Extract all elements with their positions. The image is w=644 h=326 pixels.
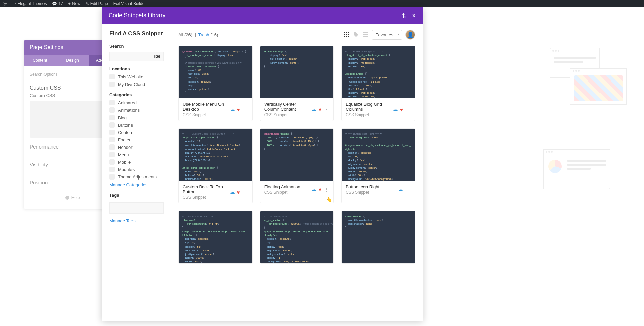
location-my-divi-cloud[interactable]: My Divi Cloud [109,82,164,87]
svg-rect-6 [344,36,345,37]
more-icon[interactable]: ⋮ [405,187,411,192]
svg-rect-4 [346,34,347,35]
wp-admin-bar: ⓦ ⌂Elegant Themes 💬17 +New ✎Edit Page Ex… [0,0,644,7]
svg-rect-11 [363,36,368,37]
more-icon[interactable]: ⋮ [323,107,329,112]
category-blog[interactable]: Blog [109,115,164,120]
heart-icon[interactable]: ♥ [237,189,240,195]
snippet-card[interactable]: /* === Button Icon Right === */ --btn-ba… [341,128,415,203]
category-buttons[interactable]: Buttons [109,122,164,128]
svg-rect-5 [348,34,349,35]
more-icon[interactable]: ⋮ [405,107,411,112]
snippet-type: CSS Snippet [183,112,230,117]
category-content[interactable]: Content [109,130,164,135]
manage-tags-link[interactable]: Manage Tags [109,218,164,223]
wp-logo[interactable]: ⓦ [3,1,8,7]
svg-rect-1 [346,32,347,33]
tags-label: Tags [109,193,164,198]
new-menu[interactable]: +New [68,1,80,6]
snippet-card[interactable]: /* --- btn-background --- */ .et_pb_sect… [260,211,334,264]
heart-icon[interactable]: ♥ [400,107,403,112]
edit-page[interactable]: ✎Edit Page [86,1,108,6]
site-name[interactable]: ⌂Elegant Themes [13,1,47,6]
code-preview: /* --- btn-background --- */ .et_pb_sect… [260,211,334,263]
categories-label: Categories [109,92,164,97]
filter-trash[interactable]: Trash [198,32,209,37]
more-icon[interactable]: ⋮ [242,189,248,195]
tags-input[interactable] [109,202,164,214]
code-preview: /* === Equalize Blog Grid === */ .bloggr… [342,46,415,98]
snippet-title: Button Icon Right [346,184,379,189]
find-snippet-heading: Find A CSS Snippet [109,30,164,37]
svg-rect-0 [344,32,345,33]
category-theme-adjustments[interactable]: Theme Adjustments [109,174,164,180]
snippet-type: CSS Snippet [346,190,379,195]
close-icon[interactable]: ✕ [412,12,416,19]
comments-count[interactable]: 💬17 [52,1,63,6]
svg-rect-7 [346,36,347,37]
snippet-card[interactable]: .dn-vertical-align { display: flex; flex… [260,46,334,121]
cloud-icon[interactable]: ☁ [311,186,316,193]
manage-categories-link[interactable]: Manage Categories [109,182,164,187]
snippet-title: Floating Animation [264,184,300,189]
cloud-icon[interactable]: ☁ [398,186,403,193]
search-input[interactable] [109,52,145,61]
heart-icon[interactable]: ♥ [318,187,321,192]
exit-visual-builder[interactable]: Exit Visual Builder [113,1,146,6]
snippet-card[interactable]: /* --- Button Icon Left --- */ .dl-icon-… [178,211,253,264]
modal-title: Code Snippets Library [109,12,165,19]
snippet-title: Equalize Blog Grid Columns [346,102,392,112]
code-preview: #main-header { -webkit-box-shadow: none;… [342,211,415,263]
code-snippets-library-modal: Code Snippets Library ⇅ ✕ Find A CSS Sni… [102,7,423,321]
cloud-icon[interactable]: ☁ [392,106,398,113]
category-animations[interactable]: Animations [109,107,164,113]
filter-button[interactable]: + Filter [145,52,164,61]
snippet-type: CSS Snippet [346,112,392,117]
snippet-type: CSS Snippet [183,195,230,200]
cloud-icon[interactable]: ☁ [230,106,235,113]
modal-header: Code Snippets Library ⇅ ✕ [102,7,423,24]
category-header[interactable]: Header [109,144,164,150]
snippet-title: Vertically Center Column Content [264,102,311,112]
heart-icon[interactable]: ♥ [237,107,240,112]
tab-content[interactable]: Content [24,55,56,66]
locations-label: Locations [109,66,164,71]
code-preview: @media only screen and ( min-width: 980p… [179,46,252,98]
snippet-title: Use Mobile Menu On Desktop [183,102,230,112]
tab-design[interactable]: Design [56,55,89,66]
search-label: Search [109,44,164,49]
svg-rect-2 [348,32,349,33]
snippet-card[interactable]: @keyframes floating { 0% { transform: tr… [260,128,334,203]
snippet-title: Custom Back To Top Button [183,184,230,194]
more-icon[interactable]: ⋮ [323,187,329,192]
code-preview: .dn-vertical-align { display: flex; flex… [260,46,334,98]
filter-status: All (26) | Trash (16) [178,32,218,37]
filter-all[interactable]: All (26) [178,32,192,37]
category-modules[interactable]: Modules [109,167,164,172]
svg-rect-3 [344,34,345,35]
snippet-type: CSS Snippet [264,112,311,117]
list-view-icon[interactable] [362,32,369,38]
category-menu[interactable]: Menu [109,152,164,157]
code-preview: /* === Button Icon Right === */ --btn-ba… [342,129,415,181]
snippet-card[interactable]: @media only screen and ( min-width: 980p… [178,46,253,121]
heart-icon[interactable]: ♥ [318,107,321,112]
snippet-card[interactable]: /* === Equalize Blog Grid === */ .bloggr… [341,46,415,121]
tag-view-icon[interactable] [353,32,359,38]
category-mobile[interactable]: Mobile [109,159,164,165]
svg-rect-9 [363,32,368,33]
more-icon[interactable]: ⋮ [242,107,248,112]
snippet-card[interactable]: #main-header { -webkit-box-shadow: none;… [341,211,415,264]
snippet-card[interactable]: /* ------- Custom Back To Top Button ---… [178,128,253,203]
modal-main: All (26) | Trash (16) Favorites [171,24,423,320]
sort-icon[interactable]: ⇅ [402,12,406,19]
category-animated[interactable]: Animated [109,100,164,105]
favorites-dropdown[interactable]: Favorites [372,30,402,40]
category-footer[interactable]: Footer [109,137,164,142]
user-avatar[interactable]: 👤 [405,30,415,40]
cloud-icon[interactable]: ☁ [311,106,316,113]
snippet-type: CSS Snippet [264,190,300,195]
cloud-icon[interactable]: ☁ [230,189,235,195]
grid-view-icon[interactable] [344,32,350,38]
location-this-website[interactable]: This Website [109,74,164,79]
